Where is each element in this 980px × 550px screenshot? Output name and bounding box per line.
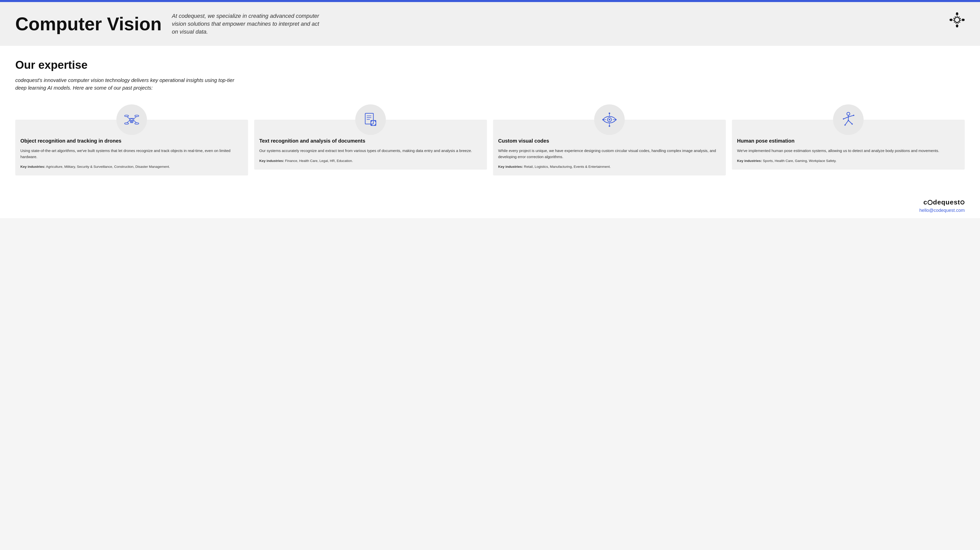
svg-point-9 [135, 115, 139, 117]
text-icon-circle [355, 104, 386, 135]
svg-point-21 [609, 113, 610, 114]
card-industries-visual: Key industries: Retail, Logistics, Manuf… [498, 164, 721, 169]
footer-area: cdequest hello@codequest.com [0, 191, 980, 218]
card-description-pose: We've implemented human pose estimation … [737, 148, 959, 154]
card-title-drones: Object recognition and tracking in drone… [21, 138, 243, 144]
pose-estimation-icon [839, 111, 857, 129]
svg-point-23 [602, 119, 604, 121]
svg-point-40 [852, 124, 853, 125]
svg-point-38 [853, 115, 854, 116]
codequest-header-icon [950, 12, 965, 30]
card-wrapper-visual: Custom visual codes While every project … [493, 104, 726, 175]
drone-icon-circle [116, 104, 147, 135]
svg-line-31 [843, 117, 848, 119]
card-wrapper-pose: Human pose estimation We've implemented … [732, 104, 965, 170]
visual-codes-icon [601, 111, 618, 129]
svg-point-35 [848, 116, 849, 118]
pose-icon-circle [833, 104, 864, 135]
card-description-drones: Using state-of-the-art algorithms, we've… [21, 148, 243, 160]
card-title-visual: Custom visual codes [498, 138, 721, 144]
visual-icon-circle [594, 104, 625, 135]
footer-logo: cdequest [923, 198, 965, 206]
svg-point-39 [845, 124, 846, 126]
svg-point-0 [955, 17, 959, 22]
page-title: Computer Vision [15, 14, 162, 34]
card-wrapper-text: Text recognition and analysis of documen… [254, 104, 487, 170]
svg-point-10 [124, 123, 129, 124]
svg-line-32 [848, 115, 854, 117]
header-section: Computer Vision At codequest, we special… [0, 2, 980, 46]
main-content: Our expertise codequest's innovative com… [0, 46, 980, 191]
card-description-text: Our systems accurately recognize and ext… [259, 148, 482, 154]
footer-email[interactable]: hello@codequest.com [920, 208, 965, 213]
card-industries-drones: Key industries: Agriculture, Military, S… [21, 164, 243, 169]
svg-point-37 [843, 118, 844, 120]
text-recognition-icon [362, 111, 379, 129]
svg-rect-14 [365, 113, 373, 124]
svg-point-29 [847, 112, 850, 115]
header-left: Computer Vision At codequest, we special… [15, 12, 950, 36]
svg-point-11 [135, 123, 139, 124]
card-title-text: Text recognition and analysis of documen… [259, 138, 482, 144]
svg-point-36 [848, 120, 849, 121]
card-industries-pose: Key industries: Sports, Health Care, Gam… [737, 158, 959, 164]
svg-point-8 [124, 115, 129, 117]
svg-point-3 [130, 119, 133, 121]
card-industries-text: Key industries: Finance, Health Care, Le… [259, 158, 482, 164]
card-title-pose: Human pose estimation [737, 138, 959, 144]
drone-icon [123, 111, 141, 129]
cards-grid: Object recognition and tracking in drone… [15, 104, 965, 175]
expertise-subtitle: codequest's innovative computer vision t… [15, 76, 245, 92]
svg-point-20 [609, 119, 610, 121]
card-description-visual: While every project is unique, we have e… [498, 148, 721, 160]
card-wrapper-drones: Object recognition and tracking in drone… [15, 104, 248, 175]
expertise-title: Our expertise [15, 59, 965, 71]
svg-point-24 [615, 119, 617, 121]
svg-point-22 [609, 125, 610, 127]
svg-point-13 [131, 121, 132, 122]
top-bar [0, 0, 980, 2]
header-subtitle: At codequest, we specialize in creating … [172, 12, 325, 36]
svg-line-34 [848, 121, 852, 124]
svg-line-33 [845, 121, 848, 125]
